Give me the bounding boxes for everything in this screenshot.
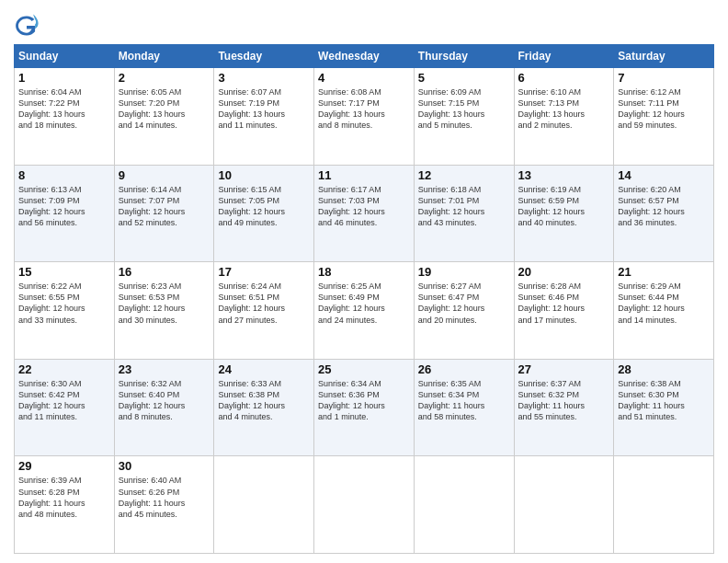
weekday-header-sunday: Sunday [15, 45, 115, 68]
logo [14, 13, 43, 39]
day-number: 30 [119, 459, 210, 473]
day-info: Sunrise: 6:33 AM Sunset: 6:38 PM Dayligh… [218, 378, 310, 423]
calendar-cell: 27Sunrise: 6:37 AM Sunset: 6:32 PM Dayli… [514, 359, 614, 456]
day-number: 1 [18, 71, 110, 85]
day-info: Sunrise: 6:25 AM Sunset: 6:49 PM Dayligh… [318, 281, 410, 326]
calendar-cell: 6Sunrise: 6:10 AM Sunset: 7:13 PM Daylig… [514, 68, 614, 166]
day-info: Sunrise: 6:32 AM Sunset: 6:40 PM Dayligh… [119, 378, 210, 423]
day-number: 25 [318, 362, 410, 376]
calendar-cell [314, 456, 415, 554]
day-number: 13 [518, 168, 610, 182]
day-number: 24 [218, 362, 310, 376]
day-number: 8 [18, 168, 110, 182]
day-info: Sunrise: 6:37 AM Sunset: 6:32 PM Dayligh… [518, 378, 610, 423]
calendar-cell: 5Sunrise: 6:09 AM Sunset: 7:15 PM Daylig… [414, 68, 514, 166]
day-info: Sunrise: 6:17 AM Sunset: 7:03 PM Dayligh… [318, 184, 410, 229]
day-info: Sunrise: 6:30 AM Sunset: 6:42 PM Dayligh… [18, 378, 110, 423]
day-number: 17 [218, 265, 310, 279]
calendar-cell: 9Sunrise: 6:14 AM Sunset: 7:07 PM Daylig… [114, 165, 214, 262]
day-info: Sunrise: 6:29 AM Sunset: 6:44 PM Dayligh… [618, 281, 710, 326]
calendar-cell: 20Sunrise: 6:28 AM Sunset: 6:46 PM Dayli… [514, 262, 614, 360]
day-info: Sunrise: 6:24 AM Sunset: 6:51 PM Dayligh… [218, 281, 310, 326]
day-number: 5 [418, 71, 510, 85]
weekday-header-thursday: Thursday [414, 45, 514, 68]
calendar-cell: 21Sunrise: 6:29 AM Sunset: 6:44 PM Dayli… [614, 262, 714, 360]
day-number: 3 [218, 71, 310, 85]
calendar-cell: 18Sunrise: 6:25 AM Sunset: 6:49 PM Dayli… [314, 262, 415, 360]
calendar-cell: 23Sunrise: 6:32 AM Sunset: 6:40 PM Dayli… [114, 359, 214, 456]
day-info: Sunrise: 6:28 AM Sunset: 6:46 PM Dayligh… [518, 281, 610, 326]
day-number: 2 [119, 71, 210, 85]
day-number: 19 [418, 265, 510, 279]
day-number: 11 [318, 168, 410, 182]
calendar-cell: 13Sunrise: 6:19 AM Sunset: 6:59 PM Dayli… [514, 165, 614, 262]
day-info: Sunrise: 6:40 AM Sunset: 6:26 PM Dayligh… [119, 475, 210, 520]
calendar-cell: 14Sunrise: 6:20 AM Sunset: 6:57 PM Dayli… [614, 165, 714, 262]
calendar-header-row: SundayMondayTuesdayWednesdayThursdayFrid… [15, 45, 714, 68]
day-info: Sunrise: 6:08 AM Sunset: 7:17 PM Dayligh… [318, 86, 410, 132]
day-info: Sunrise: 6:12 AM Sunset: 7:11 PM Dayligh… [618, 86, 710, 132]
calendar-cell: 26Sunrise: 6:35 AM Sunset: 6:34 PM Dayli… [414, 359, 514, 456]
day-info: Sunrise: 6:07 AM Sunset: 7:19 PM Dayligh… [218, 86, 310, 132]
day-number: 26 [418, 362, 510, 376]
calendar-week-row: 15Sunrise: 6:22 AM Sunset: 6:55 PM Dayli… [15, 262, 714, 360]
day-info: Sunrise: 6:18 AM Sunset: 7:01 PM Dayligh… [418, 184, 510, 229]
day-info: Sunrise: 6:39 AM Sunset: 6:28 PM Dayligh… [18, 475, 110, 520]
day-number: 22 [18, 362, 110, 376]
day-info: Sunrise: 6:14 AM Sunset: 7:07 PM Dayligh… [119, 184, 210, 229]
calendar-cell: 28Sunrise: 6:38 AM Sunset: 6:30 PM Dayli… [614, 359, 714, 456]
day-number: 7 [618, 71, 710, 85]
day-info: Sunrise: 6:13 AM Sunset: 7:09 PM Dayligh… [18, 184, 110, 229]
calendar-cell: 19Sunrise: 6:27 AM Sunset: 6:47 PM Dayli… [414, 262, 514, 360]
calendar-week-row: 1Sunrise: 6:04 AM Sunset: 7:22 PM Daylig… [15, 68, 714, 166]
day-info: Sunrise: 6:23 AM Sunset: 6:53 PM Dayligh… [119, 281, 210, 326]
weekday-header-tuesday: Tuesday [214, 45, 314, 68]
day-number: 16 [119, 265, 210, 279]
day-info: Sunrise: 6:35 AM Sunset: 6:34 PM Dayligh… [418, 378, 510, 423]
day-number: 27 [518, 362, 610, 376]
calendar-cell: 12Sunrise: 6:18 AM Sunset: 7:01 PM Dayli… [414, 165, 514, 262]
day-number: 29 [18, 459, 110, 473]
calendar-cell: 8Sunrise: 6:13 AM Sunset: 7:09 PM Daylig… [15, 165, 115, 262]
weekday-header-saturday: Saturday [614, 45, 714, 68]
day-number: 9 [119, 168, 210, 182]
day-info: Sunrise: 6:22 AM Sunset: 6:55 PM Dayligh… [18, 281, 110, 326]
calendar-cell: 4Sunrise: 6:08 AM Sunset: 7:17 PM Daylig… [314, 68, 415, 166]
calendar-cell [414, 456, 514, 554]
header [14, 9, 714, 39]
calendar-cell: 2Sunrise: 6:05 AM Sunset: 7:20 PM Daylig… [114, 68, 214, 166]
calendar-cell: 29Sunrise: 6:39 AM Sunset: 6:28 PM Dayli… [15, 456, 115, 554]
calendar-table: SundayMondayTuesdayWednesdayThursdayFrid… [14, 44, 714, 554]
calendar-cell: 22Sunrise: 6:30 AM Sunset: 6:42 PM Dayli… [15, 359, 115, 456]
day-number: 10 [218, 168, 310, 182]
calendar-cell [614, 456, 714, 554]
calendar-cell: 10Sunrise: 6:15 AM Sunset: 7:05 PM Dayli… [214, 165, 314, 262]
day-info: Sunrise: 6:34 AM Sunset: 6:36 PM Dayligh… [318, 378, 410, 423]
day-info: Sunrise: 6:10 AM Sunset: 7:13 PM Dayligh… [518, 86, 610, 132]
calendar-cell: 16Sunrise: 6:23 AM Sunset: 6:53 PM Dayli… [114, 262, 214, 360]
calendar-cell: 24Sunrise: 6:33 AM Sunset: 6:38 PM Dayli… [214, 359, 314, 456]
calendar-cell: 15Sunrise: 6:22 AM Sunset: 6:55 PM Dayli… [15, 262, 115, 360]
calendar-week-row: 22Sunrise: 6:30 AM Sunset: 6:42 PM Dayli… [15, 359, 714, 456]
calendar-cell: 30Sunrise: 6:40 AM Sunset: 6:26 PM Dayli… [114, 456, 214, 554]
calendar-cell: 3Sunrise: 6:07 AM Sunset: 7:19 PM Daylig… [214, 68, 314, 166]
day-number: 23 [119, 362, 210, 376]
day-number: 21 [618, 265, 710, 279]
day-info: Sunrise: 6:38 AM Sunset: 6:30 PM Dayligh… [618, 378, 710, 423]
day-number: 18 [318, 265, 410, 279]
calendar-week-row: 8Sunrise: 6:13 AM Sunset: 7:09 PM Daylig… [15, 165, 714, 262]
calendar-cell: 11Sunrise: 6:17 AM Sunset: 7:03 PM Dayli… [314, 165, 415, 262]
day-info: Sunrise: 6:04 AM Sunset: 7:22 PM Dayligh… [18, 86, 110, 132]
day-number: 6 [518, 71, 610, 85]
calendar-cell: 17Sunrise: 6:24 AM Sunset: 6:51 PM Dayli… [214, 262, 314, 360]
calendar-cell [514, 456, 614, 554]
general-blue-icon [14, 13, 40, 39]
day-info: Sunrise: 6:27 AM Sunset: 6:47 PM Dayligh… [418, 281, 510, 326]
day-info: Sunrise: 6:15 AM Sunset: 7:05 PM Dayligh… [218, 184, 310, 229]
weekday-header-wednesday: Wednesday [314, 45, 415, 68]
day-info: Sunrise: 6:05 AM Sunset: 7:20 PM Dayligh… [119, 86, 210, 132]
calendar-week-row: 29Sunrise: 6:39 AM Sunset: 6:28 PM Dayli… [15, 456, 714, 554]
page: SundayMondayTuesdayWednesdayThursdayFrid… [0, 0, 728, 563]
day-info: Sunrise: 6:19 AM Sunset: 6:59 PM Dayligh… [518, 184, 610, 229]
calendar-cell [214, 456, 314, 554]
